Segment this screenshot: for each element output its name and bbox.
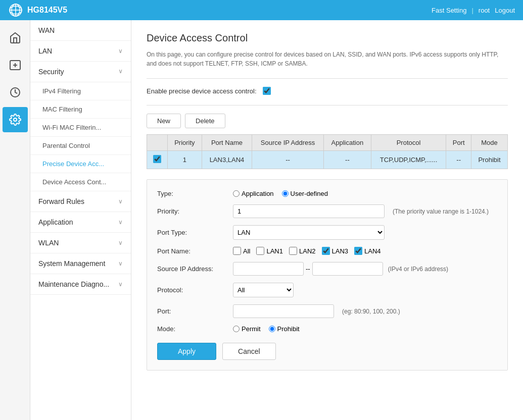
nav-item-precise-device[interactable]: Precise Device Acc... — [30, 155, 131, 173]
apply-button[interactable]: Apply — [157, 343, 216, 360]
port-name-lan4-label: LAN4 — [364, 247, 381, 255]
form-row-source-ip: Source IP Address: -- (IPv4 or IPv6 addr… — [157, 262, 497, 276]
nav-forward-rules-chevron: ∨ — [118, 198, 123, 205]
form-label-source-ip: Source IP Address: — [157, 265, 228, 273]
type-application-radio[interactable] — [233, 190, 240, 197]
row-mode: Prohibit — [471, 151, 507, 169]
nav-item-mac-filtering[interactable]: MAC Filtering — [30, 100, 131, 119]
mode-prohibit-radio[interactable] — [269, 326, 275, 332]
nav-section-application[interactable]: Application ∨ — [30, 212, 131, 233]
main-content: Device Access Control On this page, you … — [131, 20, 523, 420]
page-description: On this page, you can configure precise … — [147, 50, 500, 68]
nav-wlan-chevron: ∨ — [118, 239, 123, 246]
port-input[interactable] — [233, 304, 334, 318]
mode-prohibit-option[interactable]: Prohibit — [269, 325, 300, 333]
logo: HG8145V5 — [8, 3, 67, 18]
port-name-lan1-option[interactable]: LAN1 — [256, 247, 283, 255]
port-name-lan2-label: LAN2 — [299, 247, 316, 255]
port-name-lan3-checkbox[interactable] — [322, 247, 330, 255]
port-name-lan3-option[interactable]: LAN3 — [322, 247, 349, 255]
row-protocol: TCP,UDP,ICMP,...... — [371, 151, 446, 169]
form-row-protocol: Protocol: All TCP UDP ICMP TCP/UDP — [157, 283, 497, 297]
nav-application-label: Application — [38, 218, 73, 226]
enable-checkbox[interactable] — [263, 87, 271, 95]
mode-permit-radio[interactable] — [233, 326, 240, 332]
sidebar-icon-home[interactable] — [3, 25, 28, 50]
table-row[interactable]: 1 LAN3,LAN4 -- -- TCP,UDP,ICMP,...... --… — [147, 151, 508, 169]
sidebar-icon-gear[interactable] — [3, 107, 28, 132]
nav-item-wifi-mac-filtering[interactable]: Wi-Fi MAC Filterin... — [30, 119, 131, 137]
col-port-name: Port Name — [202, 135, 252, 151]
nav-section-maintenance[interactable]: Maintenance Diagno... ∨ — [30, 274, 131, 295]
ip-range-inputs: -- (IPv4 or IPv6 address) — [233, 262, 448, 276]
nav-section-forward-rules[interactable]: Forward Rules ∨ — [30, 191, 131, 212]
nav-item-device-access[interactable]: Device Access Cont... — [30, 173, 131, 191]
nav-section-wlan[interactable]: WLAN ∨ — [30, 233, 131, 253]
nav-system-management-label: System Management — [38, 259, 105, 268]
form-section: Type: Application User-defined Priority: — [147, 179, 508, 371]
topbar-right: Fast Setting | root Logout — [432, 7, 515, 14]
form-label-protocol: Protocol: — [157, 286, 228, 294]
section-divider-2 — [147, 105, 508, 106]
table-head: Priority Port Name Source IP Address App… — [147, 135, 508, 151]
port-name-all-label: All — [243, 247, 250, 255]
type-user-defined-label: User-defined — [291, 190, 328, 197]
row-port-name: LAN3,LAN4 — [202, 151, 252, 169]
section-divider-1 — [147, 78, 508, 79]
port-name-lan4-checkbox[interactable] — [354, 247, 362, 255]
user-label: root — [479, 7, 490, 14]
ip-range-dash: -- — [306, 265, 310, 273]
priority-hint: (The priority value range is 1-1024.) — [393, 208, 489, 215]
source-ip-start[interactable] — [233, 262, 304, 276]
type-radio-group: Application User-defined — [233, 190, 328, 197]
btn-row: New Delete — [147, 114, 508, 128]
col-application: Application — [324, 135, 371, 151]
nav-item-ipv4-filtering[interactable]: IPv4 Filtering — [30, 82, 131, 100]
port-name-lan3-label: LAN3 — [332, 247, 349, 255]
nav-item-wan[interactable]: WAN — [30, 20, 131, 41]
nav-lan-label: LAN — [38, 47, 52, 55]
nav-section-system-management[interactable]: System Management ∨ — [30, 253, 131, 274]
delete-button[interactable]: Delete — [185, 114, 225, 128]
icon-sidebar — [0, 20, 30, 420]
sidebar-icon-clock[interactable] — [3, 80, 28, 105]
port-name-all-checkbox[interactable] — [233, 247, 241, 255]
nav-sidebar: WAN LAN ∨ Security ∧ IPv4 Filtering MAC … — [30, 20, 131, 420]
type-user-defined-option[interactable]: User-defined — [282, 190, 328, 197]
row-source-ip: -- — [252, 151, 324, 169]
form-label-priority: Priority: — [157, 207, 228, 215]
type-user-defined-radio[interactable] — [282, 190, 289, 197]
mode-prohibit-label: Prohibit — [277, 325, 300, 333]
type-application-label: Application — [242, 190, 274, 197]
new-button[interactable]: New — [147, 114, 181, 128]
nav-system-mgmt-chevron: ∨ — [118, 260, 123, 267]
row-checkbox[interactable] — [153, 155, 161, 163]
port-type-select[interactable]: LAN WAN SSID — [233, 225, 385, 240]
mode-permit-label: Permit — [242, 325, 261, 333]
mode-radio-group: Permit Prohibit — [233, 325, 300, 333]
mode-permit-option[interactable]: Permit — [233, 325, 261, 333]
port-name-all-option[interactable]: All — [233, 247, 250, 255]
nav-security-chevron: ∧ — [118, 68, 123, 75]
logout-link[interactable]: Logout — [495, 7, 515, 14]
nav-forward-rules-label: Forward Rules — [38, 197, 84, 205]
form-row-port-type: Port Type: LAN WAN SSID — [157, 225, 497, 240]
fast-setting-link[interactable]: Fast Setting — [432, 7, 466, 14]
port-name-lan1-checkbox[interactable] — [256, 247, 264, 255]
source-ip-end[interactable] — [312, 262, 383, 276]
cancel-button[interactable]: Cancel — [222, 343, 276, 360]
nav-section-lan[interactable]: LAN ∨ — [30, 41, 131, 62]
huawei-logo-icon — [8, 3, 23, 18]
protocol-select[interactable]: All TCP UDP ICMP TCP/UDP — [233, 283, 294, 297]
port-name-lan2-option[interactable]: LAN2 — [289, 247, 316, 255]
type-application-option[interactable]: Application — [233, 190, 274, 197]
nav-item-parental-control[interactable]: Parental Control — [30, 137, 131, 155]
form-row-mode: Mode: Permit Prohibit — [157, 325, 497, 333]
row-checkbox-cell[interactable] — [147, 151, 168, 169]
port-name-lan4-option[interactable]: LAN4 — [354, 247, 381, 255]
nav-section-security[interactable]: Security ∧ — [30, 62, 131, 82]
port-name-lan2-checkbox[interactable] — [289, 247, 297, 255]
priority-input[interactable] — [233, 204, 385, 218]
sidebar-icon-add[interactable] — [3, 52, 28, 78]
form-label-mode: Mode: — [157, 325, 228, 333]
